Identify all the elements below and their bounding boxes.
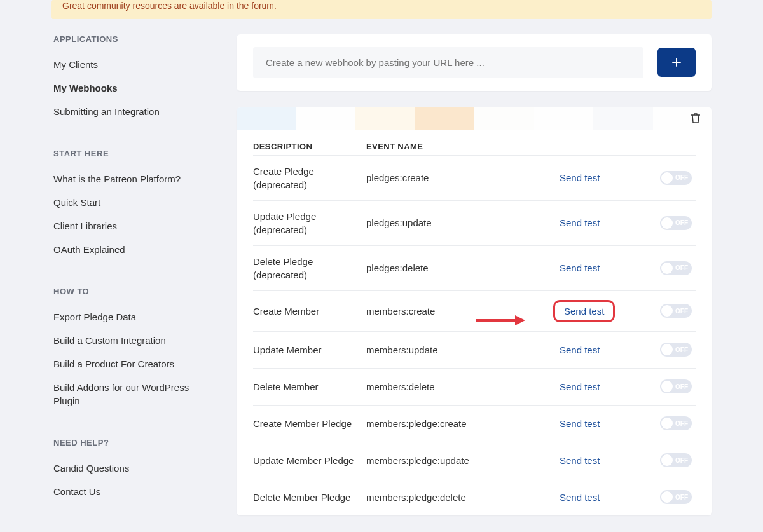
event-description: Delete Member Pledge xyxy=(253,491,366,504)
event-description: Update Member Pledge xyxy=(253,454,366,467)
event-toggle[interactable]: OFF xyxy=(660,490,692,504)
event-toggle[interactable]: OFF xyxy=(660,453,692,467)
sidebar-item[interactable]: Client Libraries xyxy=(53,214,217,238)
table-row: Delete Pledge (deprecated)pledges:delete… xyxy=(253,245,696,290)
event-toggle[interactable]: OFF xyxy=(660,416,692,430)
sidebar-item[interactable]: Build Addons for our WordPress Plugin xyxy=(53,376,217,413)
sidebar-item[interactable]: What is the Patreon Platform? xyxy=(53,167,217,191)
event-description: Delete Member xyxy=(253,380,366,393)
sidebar-item[interactable]: Export Pledge Data xyxy=(53,305,217,329)
event-name: members:pledge:update xyxy=(366,455,553,466)
sidebar-item[interactable]: Build a Custom Integration xyxy=(53,329,217,352)
table-row: Create Membermembers:createSend testOFF xyxy=(253,290,696,331)
event-name: members:pledge:delete xyxy=(366,492,553,503)
sidebar: APPLICATIONSMy ClientsMy WebhooksSubmitt… xyxy=(53,34,217,529)
sidebar-item[interactable]: Candid Questions xyxy=(53,456,217,480)
sidebar-item[interactable]: Contact Us xyxy=(53,480,217,503)
send-test-link[interactable]: Send test xyxy=(553,451,606,470)
send-test-link[interactable]: Send test xyxy=(553,168,606,187)
sidebar-item[interactable]: My Clients xyxy=(53,53,217,76)
main: DESCRIPTION EVENT NAME Create Pledge (de… xyxy=(237,34,712,529)
banner: Great community resources are available … xyxy=(51,0,712,19)
table-row: Delete Member Pledgemembers:pledge:delet… xyxy=(253,479,696,515)
event-name: members:update xyxy=(366,344,553,355)
send-test-link[interactable]: Send test xyxy=(553,341,606,359)
send-test-link[interactable]: Send test xyxy=(553,300,615,322)
sidebar-heading: APPLICATIONS xyxy=(53,34,217,44)
table-row: Update Member Pledgemembers:pledge:updat… xyxy=(253,442,696,479)
sidebar-item[interactable]: Submitting an Integration xyxy=(53,100,217,123)
event-name: members:pledge:create xyxy=(366,418,553,429)
event-toggle[interactable]: OFF xyxy=(660,171,692,185)
trash-icon xyxy=(691,113,701,124)
add-webhook-button[interactable] xyxy=(657,48,696,77)
event-name: members:delete xyxy=(366,381,553,392)
webhook-colorbar xyxy=(237,107,712,130)
table-row: Update Pledge (deprecated)pledges:update… xyxy=(253,200,696,245)
event-toggle[interactable]: OFF xyxy=(660,304,692,318)
event-name: pledges:update xyxy=(366,217,553,228)
event-description: Create Member xyxy=(253,304,366,318)
table-row: Update Membermembers:updateSend testOFF xyxy=(253,331,696,368)
event-toggle[interactable]: OFF xyxy=(660,379,692,393)
event-name: pledges:delete xyxy=(366,263,553,273)
sidebar-heading: START HERE xyxy=(53,149,217,158)
event-toggle[interactable]: OFF xyxy=(660,343,692,357)
table-header-row: DESCRIPTION EVENT NAME xyxy=(253,142,696,155)
send-test-link[interactable]: Send test xyxy=(553,378,606,396)
create-webhook-card xyxy=(237,34,712,91)
sidebar-item[interactable]: Quick Start xyxy=(53,191,217,214)
event-description: Create Pledge (deprecated) xyxy=(253,165,366,191)
webhook-url-input[interactable] xyxy=(253,47,643,78)
table-row: Delete Membermembers:deleteSend testOFF xyxy=(253,368,696,405)
header-event-name: EVENT NAME xyxy=(366,142,553,151)
send-test-link[interactable]: Send test xyxy=(553,214,606,232)
table-row: Create Member Pledgemembers:pledge:creat… xyxy=(253,405,696,442)
send-test-link[interactable]: Send test xyxy=(553,259,606,277)
webhook-events-card: DESCRIPTION EVENT NAME Create Pledge (de… xyxy=(237,107,712,515)
table-row: Create Pledge (deprecated)pledges:create… xyxy=(253,155,696,200)
event-description: Update Member xyxy=(253,343,366,357)
plus-icon xyxy=(671,57,682,67)
sidebar-item[interactable]: Build a Product For Creators xyxy=(53,352,217,376)
banner-text: Great community resources are available … xyxy=(62,1,277,11)
layout: APPLICATIONSMy ClientsMy WebhooksSubmitt… xyxy=(0,19,763,529)
delete-webhook-button[interactable] xyxy=(691,113,701,126)
sidebar-item[interactable]: My Webhooks xyxy=(53,76,217,100)
header-description: DESCRIPTION xyxy=(253,142,366,151)
events-table: DESCRIPTION EVENT NAME Create Pledge (de… xyxy=(237,130,712,515)
send-test-link[interactable]: Send test xyxy=(553,414,606,433)
event-name: pledges:create xyxy=(366,172,553,183)
sidebar-item[interactable]: OAuth Explained xyxy=(53,238,217,261)
event-description: Update Pledge (deprecated) xyxy=(253,210,366,236)
event-toggle[interactable]: OFF xyxy=(660,261,692,275)
event-name: members:create xyxy=(366,306,553,317)
send-test-link[interactable]: Send test xyxy=(553,488,606,507)
event-description: Delete Pledge (deprecated) xyxy=(253,255,366,282)
event-description: Create Member Pledge xyxy=(253,417,366,430)
event-toggle[interactable]: OFF xyxy=(660,216,692,230)
sidebar-heading: HOW TO xyxy=(53,287,217,296)
sidebar-heading: NEED HELP? xyxy=(53,438,217,447)
